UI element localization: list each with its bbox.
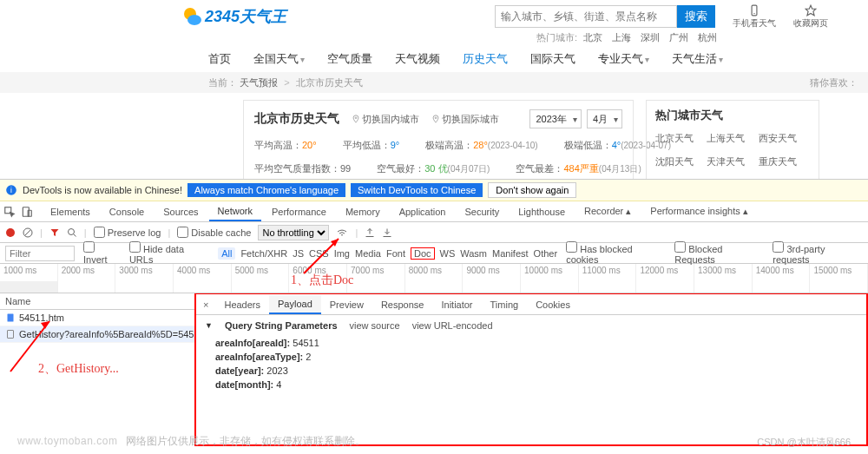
dtab-preview[interactable]: Preview xyxy=(321,296,372,313)
clear-icon[interactable] xyxy=(23,227,33,238)
request-row[interactable]: 54511.htm xyxy=(0,310,194,326)
devtools-language-infobar: i DevTools is now available in Chinese! … xyxy=(0,180,868,201)
tab-memory[interactable]: Memory xyxy=(337,203,389,220)
dtab-headers[interactable]: Headers xyxy=(215,296,269,313)
tab-application[interactable]: Application xyxy=(391,203,455,220)
always-match-button[interactable]: Always match Chrome's language xyxy=(187,183,345,197)
dtab-timing[interactable]: Timing xyxy=(482,296,528,313)
tab-recorder[interactable]: Recorder ▴ xyxy=(575,202,640,220)
close-detail-button[interactable]: × xyxy=(196,299,215,310)
invert-checkbox[interactable]: Invert xyxy=(83,241,121,265)
tab-console[interactable]: Console xyxy=(101,203,153,220)
nav-home[interactable]: 首页 xyxy=(208,51,231,67)
year-select[interactable]: 2023年 xyxy=(529,109,581,128)
dtab-payload[interactable]: Payload xyxy=(269,295,321,314)
record-icon[interactable] xyxy=(5,227,16,238)
breadcrumb-link[interactable]: 天气预报 xyxy=(240,77,278,88)
ft-css[interactable]: CSS xyxy=(309,248,329,259)
logo-icon xyxy=(182,6,203,27)
disable-cache-checkbox[interactable]: Disable cache xyxy=(177,227,251,238)
download-icon[interactable] xyxy=(382,227,392,238)
hot-city-link[interactable]: 深圳 xyxy=(641,32,660,43)
ft-manifest[interactable]: Manifest xyxy=(492,248,529,259)
breadcrumb-current: 北京市历史天气 xyxy=(296,77,363,88)
search-icon[interactable] xyxy=(67,227,77,238)
hot-city-link[interactable]: 上海 xyxy=(612,32,631,43)
tab-network[interactable]: Network xyxy=(209,202,261,221)
location-icon xyxy=(431,114,440,124)
tab-lighthouse[interactable]: Lighthouse xyxy=(510,203,574,220)
nav-video[interactable]: 天气视频 xyxy=(395,51,440,67)
tab-sources[interactable]: Sources xyxy=(155,203,207,220)
tab-security[interactable]: Security xyxy=(456,203,508,220)
filter-input[interactable] xyxy=(5,246,75,261)
ft-font[interactable]: Font xyxy=(386,248,405,259)
nav-national[interactable]: 全国天气▾ xyxy=(253,51,305,67)
site-logo[interactable]: 2345天气王 xyxy=(182,6,286,27)
month-select[interactable]: 4月 xyxy=(587,109,622,128)
tab-elements[interactable]: Elements xyxy=(42,203,99,220)
hot-city-link[interactable]: 北京 xyxy=(583,32,602,43)
location-icon xyxy=(352,114,360,124)
inspect-icon[interactable] xyxy=(3,206,16,218)
dtab-response[interactable]: Response xyxy=(372,296,433,313)
throttling-select[interactable]: No throttling xyxy=(258,225,329,240)
search-button[interactable]: 搜索 xyxy=(677,5,715,28)
you-may-like: 猜你喜欢： xyxy=(810,76,858,89)
ft-fetch[interactable]: Fetch/XHR xyxy=(240,248,287,259)
city-weather-link[interactable]: 上海天气 xyxy=(707,132,758,145)
city-weather-link[interactable]: 重庆天气 xyxy=(759,155,810,168)
city-weather-link[interactable]: 西安天气 xyxy=(759,132,810,145)
param-row: date[month]: 4 xyxy=(196,378,866,391)
query-string-section[interactable]: ▼ Query String Parameters view source vi… xyxy=(196,315,866,336)
switch-devtools-button[interactable]: Switch DevTools to Chinese xyxy=(351,183,483,197)
dtab-initiator[interactable]: Initiator xyxy=(432,296,481,313)
city-weather-link[interactable]: 天津天气 xyxy=(707,155,758,168)
tab-perf-insights[interactable]: Performance insights ▴ xyxy=(641,202,756,220)
upload-icon[interactable] xyxy=(365,227,375,238)
ft-img[interactable]: Img xyxy=(334,248,350,259)
card-title: 北京市历史天气 xyxy=(254,111,339,127)
filter-icon[interactable] xyxy=(49,227,60,238)
nav-pro[interactable]: 专业天气▾ xyxy=(598,51,649,67)
phone-weather-link[interactable]: 手机看天气 xyxy=(733,4,776,30)
third-party[interactable]: 3rd-party requests xyxy=(773,241,863,265)
request-detail: × Headers Payload Preview Response Initi… xyxy=(194,293,868,446)
nav-life[interactable]: 天气生活▾ xyxy=(672,51,723,67)
search-input[interactable] xyxy=(495,5,677,28)
request-row[interactable]: GetHistory?areaInfo%5BareaId%5D=54511&ar… xyxy=(0,326,194,343)
city-weather-link[interactable]: 沈阳天气 xyxy=(655,155,707,168)
ft-js[interactable]: JS xyxy=(293,248,304,259)
switch-intl-city[interactable]: 切换国际城市 xyxy=(431,113,499,126)
network-timeline[interactable]: 1000 ms 2000 ms 3000 ms 4000 ms 5000 ms … xyxy=(0,264,868,293)
devtools-panel: i DevTools is now available in Chinese! … xyxy=(0,179,868,454)
dont-show-button[interactable]: Don't show again xyxy=(488,182,576,198)
side-title: 热门城市天气 xyxy=(655,108,810,123)
blocked-requests[interactable]: Blocked Requests xyxy=(674,241,764,265)
hot-cities-row: 热门城市: 北京 上海 深圳 广州 杭州 xyxy=(0,30,868,44)
ft-ws[interactable]: WS xyxy=(440,248,456,259)
hide-data-urls-checkbox[interactable]: Hide data URLs xyxy=(129,241,209,265)
ft-doc[interactable]: Doc xyxy=(411,247,435,260)
has-blocked-cookies[interactable]: Has blocked cookies xyxy=(566,241,666,265)
tab-performance[interactable]: Performance xyxy=(263,203,335,220)
nav-intl[interactable]: 国际天气 xyxy=(530,51,575,67)
wifi-icon[interactable] xyxy=(336,227,348,238)
switch-domestic-city[interactable]: 切换国内城市 xyxy=(352,113,419,126)
view-source-link[interactable]: view source xyxy=(350,320,400,331)
ft-other[interactable]: Other xyxy=(534,248,558,259)
hot-city-link[interactable]: 杭州 xyxy=(698,32,717,43)
ft-media[interactable]: Media xyxy=(355,248,381,259)
ft-all[interactable]: All xyxy=(218,247,235,260)
hot-city-link[interactable]: 广州 xyxy=(669,32,688,43)
favorite-link[interactable]: 收藏网页 xyxy=(793,4,828,30)
nav-air[interactable]: 空气质量 xyxy=(327,51,372,67)
nav-history[interactable]: 历史天气 xyxy=(463,51,508,67)
param-row: areaInfo[areaType]: 2 xyxy=(196,350,866,364)
view-url-encoded-link[interactable]: view URL-encoded xyxy=(412,320,493,331)
preserve-log-checkbox[interactable]: Preserve log xyxy=(94,227,161,238)
dtab-cookies[interactable]: Cookies xyxy=(527,296,579,313)
city-weather-link[interactable]: 北京天气 xyxy=(655,132,707,145)
device-toggle-icon[interactable] xyxy=(21,206,33,218)
ft-wasm[interactable]: Wasm xyxy=(460,248,487,259)
